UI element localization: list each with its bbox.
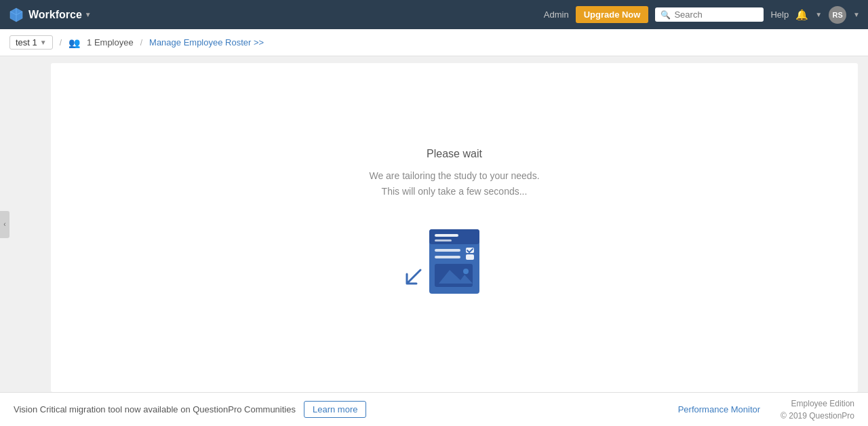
edition-label: Employee Edition: [781, 398, 854, 410]
sidebar-toggle-icon: ‹: [3, 220, 5, 228]
wait-line2: This will only take a few seconds...: [382, 186, 528, 197]
footer-left: Vision Critical migration tool now avail…: [14, 401, 678, 418]
help-link[interactable]: Help: [770, 9, 789, 20]
employee-count: 1 Employee: [87, 37, 134, 47]
notifications-dropdown-icon[interactable]: ▼: [815, 11, 822, 18]
wait-line1: We are tailoring the study to your needs…: [369, 170, 539, 181]
copyright-label: © 2019 QuestionPro: [781, 410, 854, 422]
workspace-name: test 1: [16, 37, 37, 47]
footer: Vision Critical migration tool now avail…: [0, 392, 868, 426]
workspace-selector[interactable]: test 1 ▼: [9, 35, 53, 50]
avatar-dropdown-icon[interactable]: ▼: [853, 11, 860, 18]
performance-monitor-link[interactable]: Performance Monitor: [678, 404, 760, 414]
search-icon: 🔍: [660, 10, 671, 20]
employees-icon: 👥: [68, 37, 80, 48]
svg-rect-4: [435, 249, 460, 252]
app-title: Workforce: [28, 9, 82, 21]
search-input[interactable]: [674, 9, 758, 20]
user-avatar[interactable]: RS: [829, 6, 846, 24]
search-box[interactable]: 🔍: [655, 7, 764, 22]
main-container: ‹ Please wait We are tailoring the study…: [0, 56, 868, 392]
navbar: Workforce ▼ Admin Upgrade Now 🔍 Help 🔔 ▼…: [0, 0, 868, 29]
breadcrumb-separator-2: /: [140, 38, 142, 47]
svg-rect-6: [435, 256, 460, 258]
upgrade-now-button[interactable]: Upgrade Now: [576, 6, 649, 23]
manage-roster-link[interactable]: Manage Employee Roster >>: [149, 37, 264, 47]
wait-subtitle: We are tailoring the study to your needs…: [369, 168, 539, 199]
arrow-icon: [403, 267, 424, 287]
breadcrumb-separator: /: [60, 38, 62, 47]
footer-edition: Employee Edition © 2019 QuestionPro: [781, 398, 854, 422]
svg-rect-2: [435, 234, 458, 237]
brand-dropdown-icon[interactable]: ▼: [85, 11, 92, 18]
svg-rect-3: [435, 239, 452, 241]
footer-message: Vision Critical migration tool now avail…: [14, 404, 296, 414]
admin-label: Admin: [544, 9, 569, 20]
survey-document-icon: [424, 226, 485, 301]
navbar-right: Admin Upgrade Now 🔍 Help 🔔 ▼ RS ▼: [544, 6, 860, 24]
notifications-bell-icon[interactable]: 🔔: [795, 9, 808, 21]
learn-more-button[interactable]: Learn more: [304, 401, 366, 418]
sidebar-toggle[interactable]: ‹: [0, 211, 9, 238]
survey-illustration: [410, 219, 498, 307]
svg-rect-7: [466, 254, 474, 260]
content-area: Please wait We are tailoring the study t…: [51, 63, 858, 392]
wait-title: Please wait: [427, 148, 482, 160]
logo-icon: [8, 7, 24, 23]
workspace-dropdown-icon: ▼: [40, 39, 47, 46]
breadcrumb-bar: test 1 ▼ / 👥 1 Employee / Manage Employe…: [0, 29, 868, 56]
svg-point-10: [463, 269, 469, 274]
footer-right: Performance Monitor Employee Edition © 2…: [678, 398, 854, 422]
